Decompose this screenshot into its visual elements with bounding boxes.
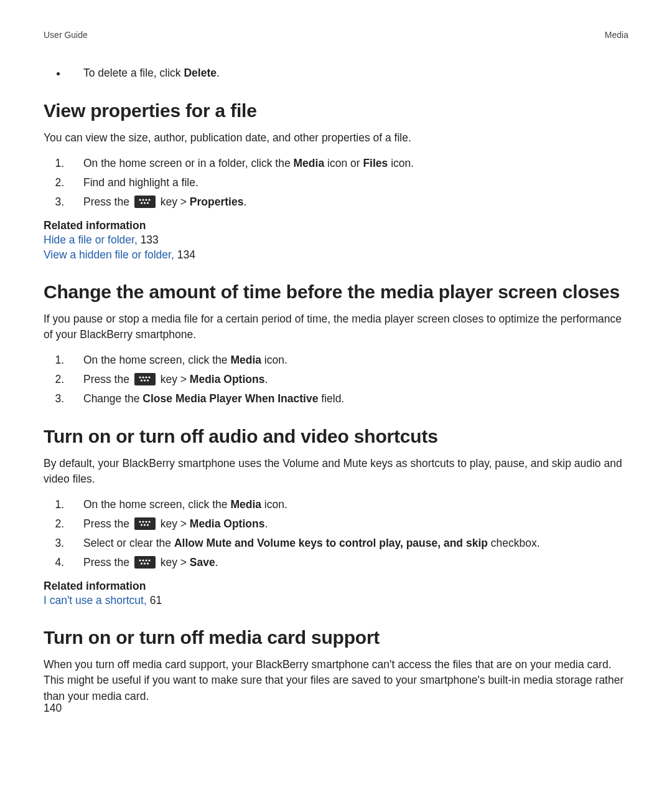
heading-change-timeout: Change the amount of time before the med… (44, 281, 628, 303)
step: Change the Close Media Player When Inact… (67, 390, 628, 407)
svg-point-16 (145, 521, 147, 522)
svg-point-13 (147, 379, 149, 381)
related-link-row: View a hidden file or folder, 134 (44, 247, 628, 263)
svg-point-7 (139, 376, 141, 378)
svg-point-17 (148, 521, 150, 522)
intro-change-timeout: If you pause or stop a media file for a … (44, 311, 628, 343)
menu-key-icon (134, 556, 156, 569)
svg-point-23 (145, 560, 147, 562)
heading-media-card: Turn on or turn off media card support (44, 627, 628, 648)
step: Select or clear the Allow Mute and Volum… (67, 535, 628, 552)
header-left: User Guide (44, 30, 88, 40)
heading-view-properties: View properties for a file (44, 100, 628, 121)
bullet-delete: To delete a file, click Delete. (67, 65, 628, 82)
related-info-heading: Related information (44, 219, 628, 232)
svg-point-18 (141, 524, 142, 526)
step: On the home screen or in a folder, click… (67, 155, 628, 172)
svg-point-25 (141, 563, 142, 565)
bullet-list: To delete a file, click Delete. (44, 65, 628, 82)
svg-point-6 (147, 202, 149, 204)
heading-av-shortcuts: Turn on or turn off audio and video shor… (44, 426, 628, 447)
intro-view-properties: You can view the size, author, publicati… (44, 130, 628, 146)
steps-av-shortcuts: On the home screen, click the Media icon… (44, 496, 628, 572)
svg-point-4 (141, 202, 142, 204)
svg-point-2 (145, 199, 147, 201)
svg-point-3 (148, 199, 150, 201)
step: On the home screen, click the Media icon… (67, 352, 628, 369)
related-info-heading: Related information (44, 580, 628, 593)
svg-point-14 (139, 521, 141, 522)
svg-point-15 (142, 521, 144, 522)
menu-key-icon (134, 373, 156, 385)
step: Press the key > Media Options. (67, 371, 628, 388)
svg-point-12 (144, 379, 146, 381)
svg-point-0 (139, 199, 141, 201)
header-right: Media (605, 30, 628, 40)
svg-point-11 (141, 379, 142, 381)
svg-point-8 (142, 376, 144, 378)
svg-point-1 (142, 199, 144, 201)
related-link-row: Hide a file or folder, 133 (44, 232, 628, 248)
intro-media-card: When you turn off media card support, yo… (44, 657, 628, 704)
intro-av-shortcuts: By default, your BlackBerry smartphone u… (44, 456, 628, 488)
step: On the home screen, click the Media icon… (67, 496, 628, 513)
svg-point-22 (142, 560, 144, 562)
steps-view-properties: On the home screen or in a folder, click… (44, 155, 628, 210)
menu-key-icon (134, 517, 156, 530)
step: Press the key > Media Options. (67, 516, 628, 532)
step: Find and highlight a file. (67, 174, 628, 191)
svg-point-9 (145, 376, 147, 378)
svg-point-10 (148, 376, 150, 378)
step: Press the key > Save. (67, 554, 628, 571)
svg-point-21 (139, 560, 141, 562)
svg-point-19 (144, 524, 146, 526)
link-view-hidden-file[interactable]: View a hidden file or folder, (44, 248, 177, 261)
svg-point-20 (147, 524, 149, 526)
page-header: User Guide Media (44, 30, 628, 40)
svg-point-24 (148, 560, 150, 562)
svg-point-27 (147, 563, 149, 565)
link-hide-file[interactable]: Hide a file or folder, (44, 234, 141, 246)
steps-change-timeout: On the home screen, click the Media icon… (44, 352, 628, 407)
page-content: User Guide Media To delete a file, click… (0, 0, 672, 704)
link-cant-use-shortcut[interactable]: I can't use a shortcut, (44, 594, 150, 606)
step: Press the key > Properties. (67, 194, 628, 210)
related-link-row: I can't use a shortcut, 61 (44, 593, 628, 608)
svg-point-26 (144, 563, 146, 565)
menu-key-icon (134, 196, 156, 208)
svg-point-5 (144, 202, 146, 204)
page-number: 140 (44, 702, 62, 715)
